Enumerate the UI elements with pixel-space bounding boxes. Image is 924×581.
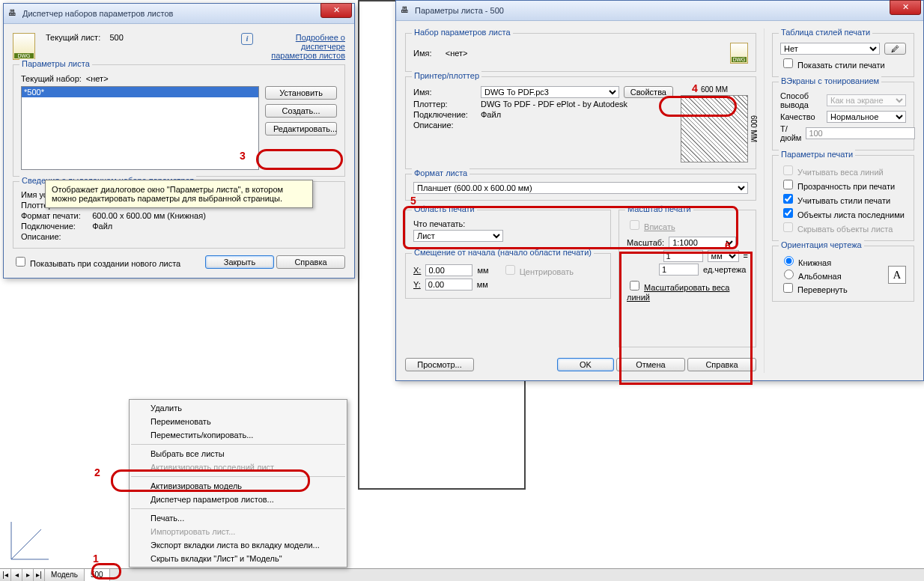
tab-first[interactable]: |◂ (0, 569, 11, 581)
page-setup-listbox[interactable]: *500* (21, 86, 259, 170)
fit-checkbox: Вписать (627, 222, 675, 231)
plotarea-label: Область печати (412, 204, 477, 213)
scale-label: Масштаб: (627, 238, 664, 247)
close-button-btn[interactable]: Закрыть (205, 255, 274, 269)
window-page-setup: 🖶 Параметры листа - 500 ✕ Набор параметр… (395, 0, 924, 381)
ctx-item[interactable]: Экспорт вкладки листа во вкладку модели.… (130, 538, 347, 552)
tab-next[interactable]: ▸ (22, 569, 34, 581)
y-unit: мм (477, 280, 488, 289)
help-button-2[interactable]: Справка (687, 358, 756, 371)
ctx-item[interactable]: Активизировать модель (130, 479, 347, 493)
ctx-item[interactable]: Скрыть вкладки "Лист" и "Модель" (130, 552, 347, 565)
dpi-input (806, 127, 915, 139)
orient-upside[interactable]: Перевернуть (780, 281, 848, 295)
current-set-value: <нет> (86, 74, 109, 83)
close-button-2[interactable]: ✕ (890, 0, 921, 15)
ctx-item[interactable]: Переместить/копировать... (130, 428, 347, 442)
offset-label: Смещение от начала (начало области печат… (412, 248, 594, 257)
app-icon: 🖶 (401, 5, 411, 16)
scale-lw-checkbox[interactable]: Масштабировать веса линий (627, 279, 748, 302)
ok-button[interactable]: OK (557, 358, 614, 371)
set-current-button[interactable]: Установить (265, 86, 337, 100)
properties-button[interactable]: Свойства (624, 86, 673, 98)
tab-model[interactable]: Модель (45, 569, 85, 581)
conn-value: Файл (481, 110, 501, 119)
ucs-icon (7, 518, 52, 563)
close-button[interactable]: ✕ (320, 3, 352, 18)
create-button[interactable]: Создать... (265, 104, 337, 118)
opt-trans[interactable]: Прозрачность при печати (780, 177, 906, 192)
opt-styles[interactable]: Учитывать стили печати (780, 192, 906, 206)
edit-button[interactable]: Редактировать... (265, 122, 337, 136)
tab-last[interactable]: ▸| (34, 569, 45, 581)
orient-group-label: Ориентация чертежа (779, 240, 864, 249)
y-input[interactable] (425, 279, 472, 290)
group-scale: Масштаб печати Вписать Масштаб: 1:1000 м… (618, 210, 756, 347)
shade-mode-select: Как на экране (827, 94, 906, 106)
opt-hide: Скрывать объекты листа (780, 220, 906, 234)
orient-landscape[interactable]: Альбомная (780, 267, 848, 281)
plot-style-btn[interactable]: 🖉 (884, 43, 906, 55)
name-value: <нет> (446, 49, 468, 58)
titlebar-2[interactable]: 🖶 Параметры листа - 500 ✕ (396, 1, 923, 21)
group-orientation: Ориентация чертежа Книжная Альбомная Пер… (772, 246, 914, 302)
help-button[interactable]: Справка (276, 255, 345, 269)
shade-mode-label: Способ вывода (780, 91, 822, 109)
ctx-item[interactable]: Выбрать все листы (130, 447, 347, 460)
annot-4: 4 (692, 82, 698, 94)
scale-bot-input[interactable] (659, 264, 699, 276)
ctx-item[interactable]: Печать... (130, 511, 347, 525)
layout-tab-bar: |◂ ◂ ▸ ▸| Модель 500 (0, 568, 924, 581)
dwg-icon (730, 43, 748, 64)
papersize-label: Формат листа (412, 168, 469, 177)
plot-style-select[interactable]: Нет (780, 43, 880, 55)
plot-what-select[interactable]: Лист (413, 230, 503, 242)
p-name-label: Имя: (413, 88, 476, 97)
desc-label: Описание: (21, 231, 91, 242)
list-item[interactable]: *500* (22, 87, 258, 97)
plotter-value: DWG To PDF - PDF ePlot - by Autodesk (481, 100, 627, 109)
cancel-button[interactable]: Отмена (616, 358, 685, 371)
group-paper-size: Формат листа Планшет (600.00 x 600.00 мм… (405, 174, 756, 201)
tooltip: Отображает диалоговое окно "Параметры ли… (45, 180, 313, 208)
x-input[interactable] (425, 264, 472, 276)
format-label: Формат печати: (21, 210, 91, 221)
annot-5: 5 (410, 195, 416, 207)
orient-portrait[interactable]: Книжная (780, 254, 848, 267)
ctx-item: Импортировать лист... (130, 525, 347, 538)
preview-height: 600 MM (750, 96, 758, 162)
group-printer: Принтер/плоттер Имя: DWG To PDF.pc3 Свой… (405, 76, 756, 169)
learn-more-link[interactable]: Подробнее о диспетчере параметров листов (255, 33, 345, 60)
opt-lw: Учитывать веса линий (780, 163, 906, 177)
show-on-new-checkbox[interactable]: Показывать при создании нового листа (13, 255, 180, 269)
paper-size-select[interactable]: Планшет (600.00 x 600.00 мм) (413, 182, 748, 194)
group-page-setups: Параметры листа Текущий набор: <нет> *50… (13, 64, 345, 177)
layout-context-menu: УдалитьПереименоватьПереместить/копирова… (129, 399, 347, 568)
set-group-label: Набор параметров листа (412, 28, 513, 37)
opt-last[interactable]: Объекты листа последними (780, 206, 906, 220)
styles-group-label: Таблица стилей печати (779, 28, 872, 37)
quality-select[interactable]: Нормальное (827, 111, 906, 123)
ctx-item[interactable]: Переименовать (130, 415, 347, 428)
orientation-icon: A (888, 266, 906, 284)
scale-top-input[interactable] (663, 250, 703, 262)
scale-bot-unit: ед.чертежа (703, 265, 748, 274)
tab-sheet-500[interactable]: 500 (85, 569, 110, 581)
group-shaded: ВЭкраны с тонированием Способ выводаКак … (772, 82, 914, 150)
ctx-item[interactable]: Удалить (130, 401, 347, 415)
titlebar[interactable]: 🖶 Диспетчер наборов параметров листов ✕ (4, 4, 354, 24)
name-label: Имя: (413, 49, 431, 58)
scale-unit-select[interactable]: мм (708, 250, 739, 262)
tab-prev[interactable]: ◂ (11, 569, 22, 581)
ctx-item[interactable]: Диспетчер параметров листов... (130, 493, 347, 506)
annot-1: 1 (93, 553, 99, 565)
printer-name-select[interactable]: DWG To PDF.pc3 (481, 86, 619, 98)
show-styles-checkbox[interactable]: Показать стили печати (780, 61, 885, 70)
x-unit: мм (477, 266, 488, 275)
conn-label: Подключение: (413, 110, 476, 119)
paper-preview: 600 MM 600 MM (681, 95, 748, 162)
y-label: Y: (413, 280, 421, 289)
window-page-setup-manager: 🖶 Диспетчер наборов параметров листов ✕ … (3, 3, 355, 279)
app-icon: 🖶 (8, 8, 19, 19)
preview-button[interactable]: Просмотр... (405, 358, 474, 371)
